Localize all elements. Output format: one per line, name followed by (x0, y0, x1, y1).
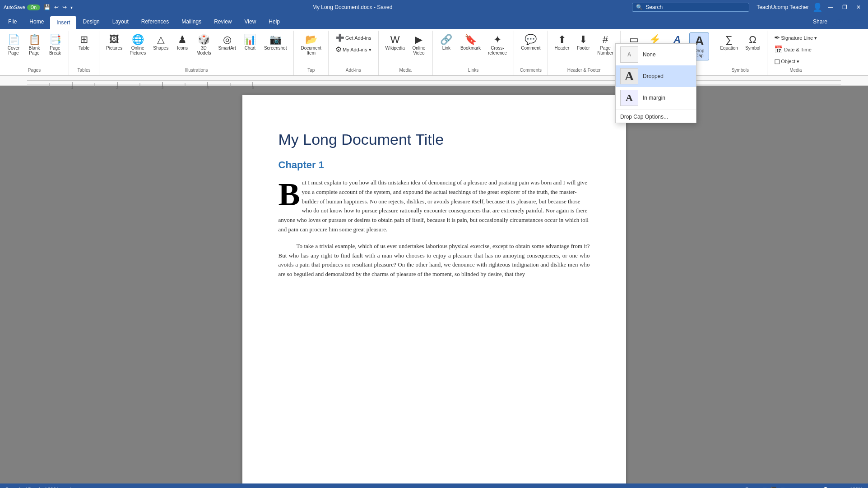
pictures-button[interactable]: 🖼 Pictures (103, 32, 125, 53)
tab-view[interactable]: View (238, 14, 263, 29)
tab-review[interactable]: Review (208, 14, 238, 29)
smartart-icon: ◎ (223, 35, 232, 45)
date-time-icon: 📅 (774, 46, 783, 53)
chart-icon: 📊 (244, 35, 256, 45)
share-button[interactable]: Share (808, 17, 833, 27)
search-icon: 🔍 (636, 4, 643, 10)
view-web-icon[interactable]: ⬛ (771, 487, 777, 488)
ribbon-group-header-footer: ⬆ Header ⬇ Footer # PageNumber Header & … (548, 31, 621, 75)
3d-models-icon: 🎲 (198, 35, 210, 45)
object-icon: ◻ (774, 58, 780, 65)
status-bar: Page 1 of 5 1 of 2904 words ✓ Focus ▣ ⬛ … (0, 483, 868, 488)
table-button[interactable]: ⊞ Table (73, 32, 95, 53)
wikipedia-button[interactable]: W Wikipedia (382, 32, 408, 53)
cross-reference-button[interactable]: ✦ Cross-reference (485, 32, 510, 58)
minimize-button[interactable]: — (824, 2, 837, 12)
tab-references[interactable]: References (135, 14, 175, 29)
page-number-button[interactable]: # PageNumber (594, 32, 617, 58)
document-title: My Long Document Title (279, 131, 590, 148)
get-addins-icon: ➕ (335, 34, 344, 41)
document-item-button[interactable]: 📂 DocumentItem (297, 32, 325, 58)
my-addins-button[interactable]: ⚙ My Add-ins ▾ (332, 44, 374, 55)
smartart-button[interactable]: ◎ SmartArt (215, 32, 239, 53)
ribbon-group-pages: 📄 CoverPage 📋 BlankPage 📑 PageBreak Page… (0, 31, 69, 75)
chapter1-heading: Chapter 1 (279, 159, 590, 171)
object-button[interactable]: ◻ Object ▾ (771, 56, 807, 67)
svg-text:1: 1 (71, 85, 73, 89)
autosave-toggle[interactable]: On (27, 5, 40, 10)
comments-button[interactable]: Comments (836, 18, 863, 25)
ribbon-group-symbols: ∑ Equation Ω Symbol Symbols (713, 31, 767, 75)
title-bar: AutoSave On 💾 ↩ ↪ ▾ My Long Document.doc… (0, 0, 868, 14)
shapes-button[interactable]: △ Shapes (150, 32, 172, 53)
cover-page-button[interactable]: 📄 CoverPage (4, 32, 23, 58)
pages-group-label: Pages (28, 68, 41, 74)
view-normal-icon[interactable]: ▣ (762, 487, 767, 488)
table-icon: ⊞ (80, 35, 88, 45)
addins-group-label: Add-ins (346, 68, 361, 74)
get-addins-button[interactable]: ➕ Get Add-ins (332, 32, 374, 43)
dropdown-none-label: None (643, 51, 656, 58)
tab-layout[interactable]: Layout (106, 14, 135, 29)
chart-button[interactable]: 📊 Chart (240, 32, 260, 53)
tab-mailings[interactable]: Mailings (175, 14, 208, 29)
view-outline-icon[interactable]: ▤ (780, 487, 785, 488)
signature-line-icon: ✒ (774, 34, 780, 41)
equation-icon: ∑ (725, 35, 733, 45)
tab-file[interactable]: File (2, 14, 23, 29)
link-button[interactable]: 🔗 Link (436, 32, 456, 53)
search-box[interactable]: 🔍 Search (632, 3, 749, 12)
dropdown-in-margin-item[interactable]: A In margin (616, 87, 696, 109)
paragraph2-text: To take a trivial example, which of us e… (279, 242, 590, 279)
tab-help[interactable]: Help (262, 14, 286, 29)
ribbon-group-illustrations: 🖼 Pictures 🌐 OnlinePictures △ Shapes ♟ I… (99, 31, 294, 75)
ribbon-group-media: W Wikipedia ▶ OnlineVideo Media (379, 31, 433, 75)
equation-button[interactable]: ∑ Equation (717, 32, 741, 53)
pictures-icon: 🖼 (109, 35, 119, 45)
comment-button[interactable]: 💬 Comment (518, 32, 543, 53)
page-break-icon: 📑 (49, 35, 61, 45)
dropdown-dropped-label: Dropped (643, 73, 664, 79)
bookmark-button[interactable]: 🔖 Bookmark (457, 32, 484, 53)
ribbon: File Home Insert Design Layout Reference… (0, 14, 868, 76)
link-icon: 🔗 (440, 35, 452, 45)
ribbon-content: 📄 CoverPage 📋 BlankPage 📑 PageBreak Page… (0, 29, 868, 75)
none-preview-icon: A (620, 46, 638, 63)
signature-line-button[interactable]: ✒ Signature Line ▾ (771, 32, 820, 43)
close-button[interactable]: ✕ (853, 2, 864, 12)
undo-icon[interactable]: ↩ (54, 4, 59, 10)
tab-insert[interactable]: Insert (50, 16, 76, 29)
page-break-button[interactable]: 📑 PageBreak (45, 32, 65, 58)
page-wrapper[interactable]: My Long Document Title Chapter 1 B ut I … (0, 86, 868, 483)
icons-button[interactable]: ♟ Icons (172, 32, 192, 53)
profile-icon[interactable]: 👤 (812, 2, 822, 12)
footer-button[interactable]: ⬇ Footer (573, 32, 593, 53)
svg-text:3: 3 (161, 85, 163, 89)
document-title: My Long Document.docx - Saved (312, 4, 392, 10)
online-pictures-button[interactable]: 🌐 OnlinePictures (126, 32, 149, 58)
3d-models-button[interactable]: 🎲 3DModels (193, 32, 214, 58)
media2-group-label: Media (789, 68, 802, 74)
autosave-label: AutoSave (4, 5, 25, 10)
document-page[interactable]: My Long Document Title Chapter 1 B ut I … (242, 95, 626, 483)
dropdown-none-item[interactable]: A None (616, 44, 696, 65)
ribbon-group-comments: 💬 Comment Comments (514, 31, 548, 75)
header-footer-group-label: Header & Footer (567, 68, 601, 74)
shapes-icon: △ (157, 35, 165, 45)
tab-home[interactable]: Home (23, 14, 50, 29)
tab-design[interactable]: Design (76, 14, 106, 29)
online-video-button[interactable]: ▶ OnlineVideo (409, 32, 429, 58)
save-icon[interactable]: 💾 (44, 4, 51, 10)
in-margin-preview-icon: A (620, 90, 638, 106)
restore-button[interactable]: ❐ (839, 2, 851, 12)
dropdown-options-item[interactable]: Drop Cap Options... (616, 111, 696, 123)
blank-page-button[interactable]: 📋 BlankPage (24, 32, 44, 58)
symbol-button[interactable]: Ω Symbol (742, 32, 763, 53)
screenshot-button[interactable]: 📷 Screenshot (261, 32, 290, 53)
header-button[interactable]: ⬆ Header (552, 32, 573, 53)
dropdown-dropped-item[interactable]: A Dropped (616, 65, 696, 87)
symbol-icon: Ω (749, 35, 756, 45)
redo-icon[interactable]: ↪ (62, 4, 67, 10)
date-time-button[interactable]: 📅 Date & Time (771, 44, 815, 55)
icons-icon: ♟ (178, 35, 187, 45)
